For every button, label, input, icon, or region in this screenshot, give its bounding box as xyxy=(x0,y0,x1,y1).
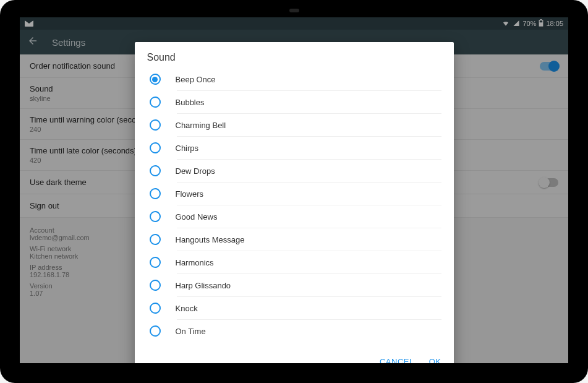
sound-option[interactable]: Knock xyxy=(141,297,448,319)
sound-option[interactable]: Harmonics xyxy=(141,251,448,273)
radio-unchecked-icon[interactable] xyxy=(150,234,161,245)
sound-option-label: Charming Bell xyxy=(176,121,441,130)
sound-option-label: Knock xyxy=(176,304,441,313)
sound-dialog: Sound Beep OnceBubblesCharming BellChirp… xyxy=(135,42,454,363)
dialog-content[interactable]: Beep OnceBubblesCharming BellChirpsDew D… xyxy=(135,68,454,351)
dialog-title: Sound xyxy=(135,42,454,68)
radio-unchecked-icon[interactable] xyxy=(150,188,161,199)
sound-option-label: Harp Glissando xyxy=(176,281,441,290)
screen: 70% 18:05 Settings Order notification so… xyxy=(20,17,568,363)
radio-unchecked-icon[interactable] xyxy=(150,303,161,314)
sound-option-label: Bubbles xyxy=(176,98,441,107)
sound-option-label: Hangouts Message xyxy=(176,235,441,244)
radio-unchecked-icon[interactable] xyxy=(150,325,161,337)
radio-unchecked-icon[interactable] xyxy=(150,97,161,108)
sound-option[interactable]: Bubbles xyxy=(141,91,448,113)
radio-unchecked-icon[interactable] xyxy=(150,211,161,222)
sound-option[interactable]: Harp Glissando xyxy=(141,274,448,296)
radio-unchecked-icon[interactable] xyxy=(150,257,161,268)
sound-option-label: Dew Drops xyxy=(176,166,441,176)
sound-option-label: Good News xyxy=(176,212,441,222)
dialog-actions: CANCEL OK xyxy=(135,351,454,363)
sound-option[interactable]: On Time xyxy=(141,320,448,342)
tablet-camera xyxy=(289,9,299,12)
sound-option[interactable]: Beep Once xyxy=(141,68,448,90)
radio-unchecked-icon[interactable] xyxy=(150,280,161,291)
cancel-button[interactable]: CANCEL xyxy=(380,357,414,363)
tablet-frame: 70% 18:05 Settings Order notification so… xyxy=(0,0,588,383)
ok-button[interactable]: OK xyxy=(429,357,441,363)
sound-option-label: On Time xyxy=(176,327,441,336)
sound-option-label: Chirps xyxy=(176,144,441,153)
sound-option[interactable]: Chirps xyxy=(141,137,448,159)
radio-checked-icon[interactable] xyxy=(150,74,161,85)
radio-unchecked-icon[interactable] xyxy=(150,119,161,131)
radio-unchecked-icon[interactable] xyxy=(150,165,161,176)
sound-option-label: Harmonics xyxy=(176,258,441,267)
sound-option[interactable]: Charming Bell xyxy=(141,114,448,136)
sound-option[interactable]: Hangouts Message xyxy=(141,228,448,251)
sound-option-label: Flowers xyxy=(176,189,441,199)
sound-option[interactable]: Flowers xyxy=(141,183,448,205)
sound-option-label: Beep Once xyxy=(176,75,441,84)
sound-option[interactable]: Dew Drops xyxy=(141,160,448,182)
sound-option[interactable]: Good News xyxy=(141,205,448,228)
radio-unchecked-icon[interactable] xyxy=(150,142,161,153)
